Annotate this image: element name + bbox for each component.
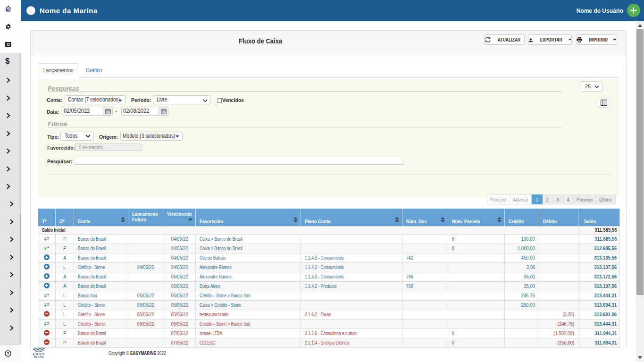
svg-text:MARINE: MARINE: [34, 356, 44, 358]
svg-text:?: ?: [7, 351, 9, 356]
